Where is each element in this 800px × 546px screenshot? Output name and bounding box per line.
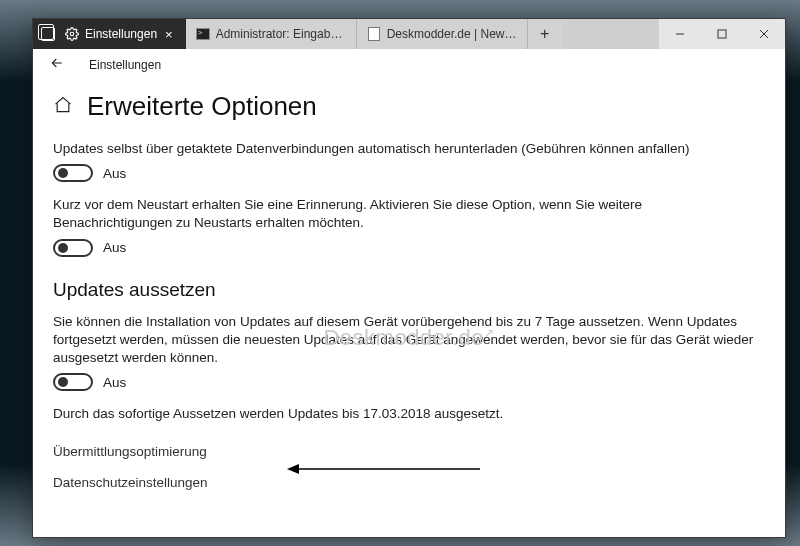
toggle-metered[interactable] xyxy=(53,164,93,182)
svg-rect-2 xyxy=(718,30,726,38)
tab-label: Administrator: Eingabeauffo xyxy=(216,27,346,41)
breadcrumb-label: Einstellungen xyxy=(89,58,161,72)
tab-label: Einstellungen xyxy=(85,27,157,41)
cmd-icon xyxy=(196,27,210,41)
tab-label: Deskmodder.de | News, Tip xyxy=(387,27,517,41)
tab-cmd[interactable]: Administrator: Eingabeauffo xyxy=(186,19,357,49)
toggle-pause[interactable] xyxy=(53,373,93,391)
setting-text: Updates selbst über getaktete Datenverbi… xyxy=(53,140,765,158)
toggle-label: Aus xyxy=(103,166,126,181)
page-icon xyxy=(367,27,381,41)
close-icon[interactable]: × xyxy=(163,28,175,41)
page-title: Erweiterte Optionen xyxy=(87,91,317,122)
svg-point-0 xyxy=(70,32,74,36)
tab-settings[interactable]: Einstellungen × xyxy=(33,19,186,49)
link-delivery-optimization[interactable]: Übermittlungsoptimierung xyxy=(53,436,765,467)
breadcrumb: Einstellungen xyxy=(33,49,785,81)
section-title-pause: Updates aussetzen xyxy=(53,279,765,301)
settings-window: Einstellungen × Administrator: Eingabeau… xyxy=(32,18,786,538)
toggle-label: Aus xyxy=(103,375,126,390)
setting-text: Kurz vor dem Neustart erhalten Sie eine … xyxy=(53,196,765,232)
toggle-label: Aus xyxy=(103,240,126,255)
tab-bar: Einstellungen × Administrator: Eingabeau… xyxy=(33,19,785,49)
setting-metered: Updates selbst über getaktete Datenverbi… xyxy=(53,140,765,182)
page-title-row: Erweiterte Optionen xyxy=(53,91,765,122)
content-area: Erweiterte Optionen Updates selbst über … xyxy=(33,81,785,537)
setting-text: Sie können die Installation von Updates … xyxy=(53,313,765,368)
setting-pause: Sie können die Installation von Updates … xyxy=(53,313,765,392)
setting-restart-notify: Kurz vor dem Neustart erhalten Sie eine … xyxy=(53,196,765,256)
link-privacy[interactable]: Datenschutzeinstellungen xyxy=(53,467,765,498)
back-button[interactable] xyxy=(45,53,69,77)
home-icon[interactable] xyxy=(53,95,73,119)
tab-browser[interactable]: Deskmodder.de | News, Tip xyxy=(357,19,528,49)
pause-note: Durch das sofortige Aussetzen werden Upd… xyxy=(53,405,765,423)
toggle-restart-notify[interactable] xyxy=(53,239,93,257)
maximize-button[interactable] xyxy=(701,19,743,49)
new-tab-button[interactable]: + xyxy=(528,19,562,49)
window-controls xyxy=(659,19,785,49)
close-button[interactable] xyxy=(743,19,785,49)
tabset-icon xyxy=(41,27,55,41)
minimize-button[interactable] xyxy=(659,19,701,49)
gear-icon xyxy=(65,27,79,41)
